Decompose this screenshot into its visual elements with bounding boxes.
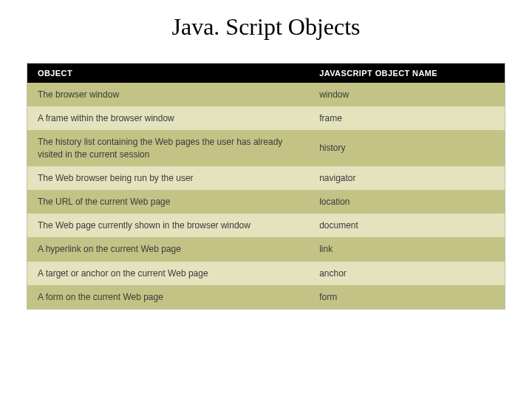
header-object: OBJECT <box>27 64 309 82</box>
table-header-row: OBJECT JAVASCRIPT OBJECT NAME <box>27 64 505 83</box>
cell-object: A frame within the browser window <box>27 106 309 130</box>
header-name: JAVASCRIPT OBJECT NAME <box>309 64 505 82</box>
page-title: Java. Script Objects <box>0 0 532 63</box>
table-row: The history list containing the Web page… <box>27 130 505 166</box>
table-row: A frame within the browser window frame <box>27 106 505 130</box>
cell-object: A target or anchor on the current Web pa… <box>27 262 309 285</box>
cell-name: form <box>309 285 505 309</box>
cell-name: document <box>309 214 505 237</box>
cell-name: anchor <box>309 262 505 285</box>
cell-name: link <box>309 237 505 261</box>
table-row: The Web browser being run by the user na… <box>27 166 505 190</box>
table-row: A target or anchor on the current Web pa… <box>27 262 505 285</box>
cell-object: The browser window <box>27 83 309 106</box>
cell-object: The Web page currently shown in the brow… <box>27 214 309 237</box>
cell-name: navigator <box>309 166 505 190</box>
cell-object: The Web browser being run by the user <box>27 166 309 190</box>
cell-name: frame <box>309 106 505 130</box>
cell-object: The history list containing the Web page… <box>27 130 309 166</box>
table-row: The Web page currently shown in the brow… <box>27 214 505 237</box>
cell-name: window <box>309 83 505 106</box>
cell-name: location <box>309 190 505 214</box>
objects-table: OBJECT JAVASCRIPT OBJECT NAME The browse… <box>27 63 505 310</box>
cell-object: A hyperlink on the current Web page <box>27 237 309 261</box>
table-row: The URL of the current Web page location <box>27 190 505 214</box>
table-row: A hyperlink on the current Web page link <box>27 237 505 261</box>
cell-object: A form on the current Web page <box>27 285 309 309</box>
table-row: A form on the current Web page form <box>27 285 505 309</box>
cell-object: The URL of the current Web page <box>27 190 309 214</box>
table-row: The browser window window <box>27 83 505 106</box>
cell-name: history <box>309 136 505 160</box>
